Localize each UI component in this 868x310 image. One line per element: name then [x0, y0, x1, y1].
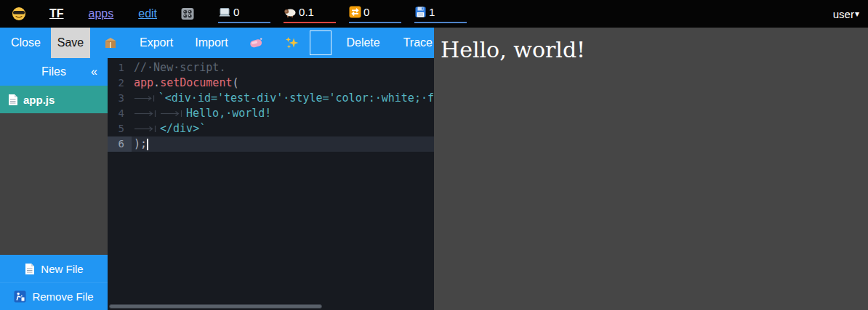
content-area: Close Save Export Import — [0, 28, 868, 310]
delete-button[interactable]: Delete — [345, 36, 381, 49]
text-cursor — [147, 139, 148, 150]
new-file-button[interactable]: New File — [0, 255, 108, 282]
export-button[interactable]: Export — [138, 36, 174, 49]
file-item-label: app.js — [23, 94, 55, 106]
smiley-sunglasses-icon[interactable] — [12, 7, 26, 21]
code-line-5[interactable]: 5</div>` — [108, 121, 434, 136]
code-editor[interactable]: 1//·New·script.2app.setDocument(3`<div·i… — [108, 58, 434, 310]
code-line-6[interactable]: 6); — [108, 136, 434, 152]
resource-counters: 00.101 — [218, 5, 467, 23]
swap-arrows-icon — [349, 6, 361, 18]
sidebar-empty-area — [0, 113, 108, 255]
editor-toolbar: Close Save Export Import — [0, 28, 434, 58]
file-item-app.js[interactable]: app.js — [0, 86, 108, 113]
floppy-disk-counter[interactable]: 1 — [414, 5, 467, 23]
document-icon — [7, 94, 18, 106]
code-token: setDocument — [160, 76, 232, 91]
swap-arrows-counter-bar — [349, 22, 401, 23]
line-number: 6 — [108, 136, 132, 152]
application-window: TF apps edit 00.101 user ▾ — [0, 0, 868, 310]
tab-whitespace-marker — [134, 94, 158, 102]
laptop-counter[interactable]: 0 — [218, 5, 270, 23]
user-menu[interactable]: user ▾ — [833, 8, 859, 20]
line-number: 4 — [108, 106, 132, 121]
blank-button[interactable] — [310, 30, 332, 55]
remove-file-button[interactable]: Remove File — [0, 282, 108, 310]
import-button[interactable]: Import — [193, 36, 229, 49]
code-token: </div>` — [160, 121, 206, 136]
line-number: 5 — [108, 121, 132, 136]
line-content: </div>` — [132, 121, 206, 136]
package-icon[interactable] — [103, 36, 118, 50]
user-menu-label: user — [833, 8, 854, 20]
ram-animal-counter[interactable]: 0.1 — [284, 5, 336, 23]
floppy-disk-icon — [414, 6, 427, 18]
code-token: //·New·script. — [134, 60, 225, 76]
brand-link[interactable]: TF — [49, 7, 64, 20]
ram-animal-counter-bar — [284, 22, 336, 23]
files-header-label: Files — [41, 65, 66, 78]
chevron-down-icon: ▾ — [855, 9, 859, 19]
floppy-disk-counter-bar — [414, 22, 467, 23]
files-sidebar: Files « app.js — [0, 58, 108, 310]
ram-animal-counter-value: 0.1 — [299, 6, 314, 18]
file-list: app.js — [0, 86, 108, 113]
remove-file-label: Remove File — [32, 290, 93, 303]
code-token: app — [134, 76, 153, 91]
code-line-3[interactable]: 3`<div·id='test-div'·style='color:·white… — [108, 91, 434, 106]
line-number: 2 — [108, 76, 132, 91]
line-number: 3 — [108, 91, 132, 106]
code-token: ( — [232, 76, 238, 91]
code-token: . — [153, 76, 160, 91]
nav-link-edit[interactable]: edit — [138, 7, 157, 20]
close-button[interactable]: Close — [9, 36, 42, 49]
collapse-sidebar-icon[interactable]: « — [91, 65, 97, 78]
save-button[interactable]: Save — [51, 28, 90, 58]
code-token: ); — [134, 136, 147, 152]
new-file-label: New File — [41, 263, 83, 275]
tab-whitespace-marker — [134, 125, 159, 133]
code-token: `<div·id='test-div'·style='color:·white;… — [158, 91, 434, 106]
document-preview: Hello, world! — [434, 28, 868, 310]
nav-link-apps[interactable]: apps — [89, 7, 114, 20]
top-bar: TF apps edit 00.101 user ▾ — [0, 0, 868, 28]
new-file-icon — [24, 263, 35, 275]
laptop-icon — [218, 7, 231, 18]
preview-hello-text: Hello, world! — [441, 36, 861, 63]
line-content: app.setDocument( — [132, 76, 239, 91]
line-content: `<div·id='test-div'·style='color:·white;… — [132, 91, 434, 106]
sparkles-icon[interactable] — [284, 36, 300, 50]
line-content: Hello,·world! — [132, 106, 271, 121]
horizontal-scrollbar[interactable] — [109, 304, 322, 309]
floppy-disk-counter-value: 1 — [429, 6, 435, 18]
control-knobs-icon[interactable] — [180, 7, 195, 21]
laptop-counter-value: 0 — [233, 6, 239, 18]
files-header: Files « — [0, 58, 108, 86]
code-line-4[interactable]: 4Hello,·world! — [108, 106, 434, 121]
trace-button[interactable]: Trace — [402, 36, 434, 49]
code-line-1[interactable]: 1//·New·script. — [108, 60, 434, 76]
tab-whitespace-marker — [160, 110, 185, 118]
tab-whitespace-marker — [134, 110, 159, 118]
swap-arrows-counter[interactable]: 0 — [349, 5, 401, 23]
line-content: //·New·script. — [132, 60, 225, 76]
editor-pane: Close Save Export Import — [0, 28, 434, 310]
line-content: ); — [132, 136, 148, 152]
litter-sign-icon — [14, 290, 26, 303]
line-number: 1 — [108, 60, 132, 76]
laptop-counter-bar — [218, 22, 270, 23]
code-line-2[interactable]: 2app.setDocument( — [108, 76, 434, 91]
ram-animal-icon — [284, 7, 297, 18]
swap-arrows-counter-value: 0 — [363, 6, 369, 18]
soap-icon[interactable] — [249, 36, 264, 49]
code-token: Hello,·world! — [186, 106, 271, 121]
